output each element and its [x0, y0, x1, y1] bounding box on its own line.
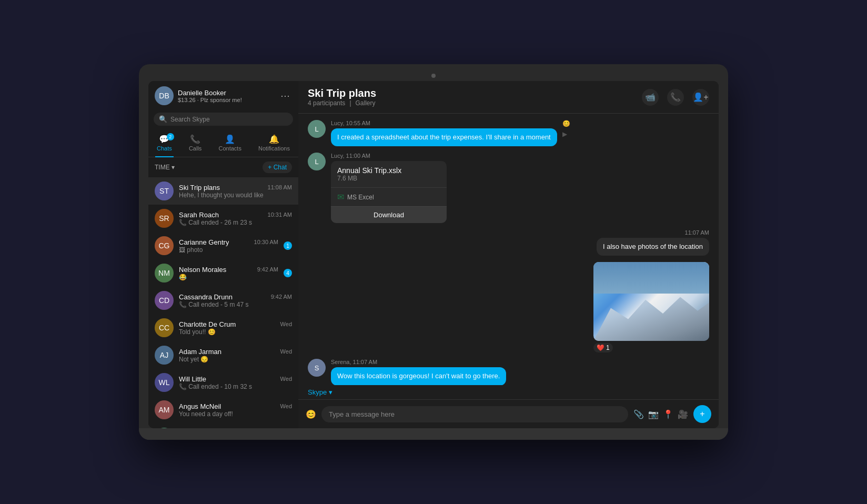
ski-photo[interactable] — [593, 262, 709, 341]
laptop-screen: DB Danielle Booker $13.26 · Plz sponsor … — [148, 81, 719, 428]
message-content: Serena, 11:07 AM Wow this location is go… — [331, 359, 506, 385]
add-participant-button[interactable]: 👤+ — [692, 89, 709, 106]
chat-item-info: Cassandra Drunn 9:42 AM 📞 Call ended - 5… — [179, 293, 292, 308]
search-bar[interactable]: 🔍 Search Skype — [154, 113, 293, 126]
list-item[interactable]: AM Angus McNeil Wed You need a day off! — [148, 396, 298, 424]
input-placeholder: Type a message here — [329, 410, 395, 418]
chat-item-info: Charlotte De Crum Wed Told you!! 😊 — [179, 320, 292, 336]
tab-notifications[interactable]: 🔔 Notifications — [254, 132, 294, 154]
message-time: 11:07 AM — [685, 229, 709, 236]
chat-header: Ski Trip plans 4 participants | Gallery … — [298, 81, 719, 114]
chat-item-info: Carianne Gentry 10:30 AM 🖼 photo — [179, 238, 278, 254]
send-button[interactable]: + — [693, 405, 711, 423]
message-group: ❤️ 1 — [308, 262, 709, 352]
message-avatar: L — [308, 120, 326, 138]
message-avatar: S — [308, 359, 326, 377]
chat-list-header: TIME ▾ + Chat — [148, 157, 298, 177]
phone-icon: 📞 — [670, 92, 681, 102]
tab-calls[interactable]: 📞 Calls — [185, 132, 206, 154]
list-item[interactable]: ST Ski Trip plans 11:08 AM Hehe, I thoug… — [148, 177, 298, 205]
avatar: AM — [155, 400, 174, 419]
search-placeholder: Search Skype — [170, 116, 210, 123]
react-button[interactable]: 😊 — [562, 120, 570, 127]
avatar: CC — [155, 318, 174, 337]
profile-info: Danielle Booker $13.26 · Plz sponsor me! — [178, 89, 274, 103]
chat-item-info: Sarah Roach 10:31 AM 📞 Call ended - 26 m… — [179, 211, 292, 226]
attachment-button[interactable]: 📎 — [633, 409, 644, 419]
calls-icon: 📞 — [190, 134, 200, 144]
list-item[interactable]: CD Cassandra Drunn 9:42 AM 📞 Call ended … — [148, 287, 298, 314]
video-call-button[interactable]: 📹 — [642, 89, 659, 106]
list-item[interactable]: CG Carianne Gentry 10:30 AM 🖼 photo 1 — [148, 232, 298, 259]
profile-more-button[interactable]: ⋯ — [278, 88, 292, 104]
user-avatar[interactable]: DB — [155, 86, 174, 105]
avatar: SR — [155, 209, 174, 228]
chevron-down-icon: ▾ — [329, 388, 332, 396]
messages-area: L Lucy, 10:55 AM I created a spreadsheet… — [298, 114, 719, 385]
chat-title: Ski Trip plans — [308, 87, 376, 99]
camera-button[interactable]: 📷 — [648, 409, 659, 419]
list-item[interactable]: NM Nelson Morales 9:42 AM 😂 4 — [148, 259, 298, 287]
message-sender-time: Serena, 11:07 AM — [331, 359, 506, 365]
reaction-count: 1 — [606, 344, 610, 351]
avatar: ST — [155, 182, 174, 200]
add-person-icon: 👤+ — [693, 92, 708, 102]
message-right-content: 11:07 AM I also have photos of the locat… — [597, 229, 709, 256]
chat-subtitle: 4 participants | Gallery — [308, 99, 376, 107]
download-button[interactable]: Download — [331, 206, 447, 223]
file-size: 7.6 MB — [337, 175, 440, 182]
chat-item-info: Angus McNeil Wed You need a day off! — [179, 402, 292, 418]
participants-label[interactable]: 4 participants — [308, 99, 345, 107]
tab-chats[interactable]: 💬 Chats 2 — [153, 132, 176, 154]
chat-item-info: Adam Jarman Wed Not yet 😔 — [179, 348, 292, 363]
chat-header-actions: 📹 📞 👤+ — [642, 89, 709, 106]
time-filter[interactable]: TIME ▾ — [155, 164, 175, 171]
profile-name: Danielle Booker — [178, 89, 274, 97]
chat-list: ST Ski Trip plans 11:08 AM Hehe, I thoug… — [148, 177, 298, 428]
ski-photo-sky — [593, 262, 709, 294]
message-group: L Lucy, 10:55 AM I created a spreadsheet… — [308, 120, 709, 146]
reactions[interactable]: ❤️ 1 — [593, 343, 613, 352]
message-group: 11:07 AM I also have photos of the locat… — [308, 229, 709, 256]
list-item[interactable]: SR Sarah Roach 10:31 AM 📞 Call ended - 2… — [148, 205, 298, 232]
gallery-link[interactable]: Gallery — [356, 99, 376, 107]
forward-button[interactable]: ▶ — [562, 130, 570, 138]
message-actions: 😊 ▶ — [562, 120, 570, 138]
message-content: Lucy, 10:55 AM I created a spreadsheet a… — [331, 120, 557, 146]
nav-tabs: 💬 Chats 2 📞 Calls 👤 Contacts 🔔 Notificat… — [148, 129, 298, 157]
message-bubble: I also have photos of the location — [597, 238, 709, 256]
unread-badge: 1 — [284, 241, 292, 250]
avatar: NM — [155, 264, 174, 283]
audio-call-button[interactable]: 📞 — [667, 89, 684, 106]
file-type-row: ✉ MS Excel — [331, 187, 447, 206]
list-item[interactable]: AJ Adam Jarman Wed Not yet 😔 — [148, 341, 298, 369]
video-button[interactable]: 🎥 — [678, 409, 688, 419]
input-actions: 📎 📷 📍 🎥 — [633, 409, 688, 419]
chat-item-info: Nelson Morales 9:42 AM 😂 — [179, 266, 278, 281]
list-item[interactable]: MJ MJ Price Tue Teehee! — [148, 424, 298, 428]
file-card: Annual Ski Trip.xslx 7.6 MB ✉ MS Excel D… — [331, 161, 447, 223]
chat-item-info: Will Little Wed 📞 Call ended - 10 m 32 s — [179, 375, 292, 390]
list-item[interactable]: WL Will Little Wed 📞 Call ended - 10 m 3… — [148, 369, 298, 396]
laptop-container: DB Danielle Booker $13.26 · Plz sponsor … — [139, 64, 728, 440]
ski-photo-mountain — [593, 286, 709, 341]
skype-label[interactable]: Skype ▾ — [298, 385, 719, 399]
emoji-button[interactable]: 😊 — [306, 409, 316, 419]
input-area: 😊 Type a message here 📎 📷 📍 🎥 + — [298, 399, 719, 428]
unread-badge: 4 — [284, 269, 292, 277]
message-group: L Lucy, 11:00 AM Annual Ski Trip.xslx 7.… — [308, 153, 709, 223]
list-item[interactable]: CC Charlotte De Crum Wed Told you!! 😊 — [148, 314, 298, 341]
excel-icon: ✉ — [337, 192, 344, 202]
chat-header-left: Ski Trip plans 4 participants | Gallery — [308, 87, 376, 107]
chats-badge: 2 — [167, 133, 174, 140]
new-chat-button[interactable]: + Chat — [263, 162, 292, 173]
tab-contacts[interactable]: 👤 Contacts — [214, 132, 245, 154]
message-input[interactable]: Type a message here — [321, 406, 628, 422]
avatar: AJ — [155, 346, 174, 365]
sidebar: DB Danielle Booker $13.26 · Plz sponsor … — [148, 81, 298, 428]
chevron-down-icon: ▾ — [172, 164, 175, 171]
location-button[interactable]: 📍 — [663, 409, 673, 419]
chat-item-info: Ski Trip plans 11:08 AM Hehe, I thought … — [179, 184, 292, 199]
profile-balance: $13.26 · Plz sponsor me! — [178, 97, 274, 103]
main-chat: Ski Trip plans 4 participants | Gallery … — [298, 81, 719, 428]
